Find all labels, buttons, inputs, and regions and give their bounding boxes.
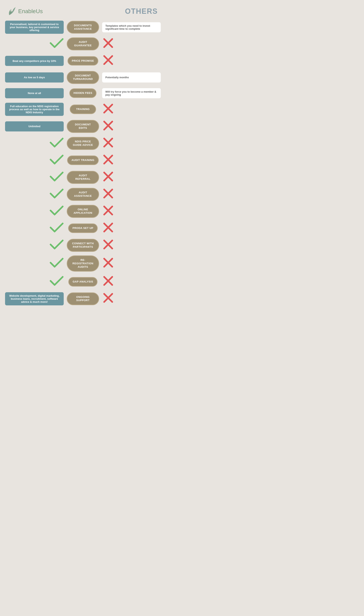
center-col-online-application: ONLINE APPLICATION (67, 205, 99, 218)
center-col-audit-training: AUDIT TRAINING (67, 155, 99, 165)
cross-icon-right-online-application (102, 205, 114, 218)
row-re-registration-audits: RE-REGISTRATION AUDITS (2, 256, 164, 272)
row-gap-analysis: GAP ANALYSIS (2, 275, 164, 289)
pill-documents-assistance: DOCUMENTS ASSISTANCE (67, 21, 99, 34)
pill-hidden-fees: HIDDEN FEES (69, 88, 97, 98)
left-box-price-promise: Beat any competitors price by 10% (5, 56, 64, 66)
row-ndis-price-guide: NDIS PRICE GUIDE ADVICE (2, 137, 164, 150)
check-icon-left-gap-analysis (50, 275, 64, 289)
others-title: OTHERS (125, 7, 158, 16)
left-col-documents-assistance: Personalised, tailored & customised to y… (2, 21, 67, 34)
right-box-document-turnaround: Potentially months (102, 72, 161, 82)
row-documents-assistance: Personalised, tailored & customised to y… (2, 21, 164, 34)
pill-audit-assistance: AUDIT ASSISTANCE (67, 188, 99, 201)
pill-proda-setup: PRODA SET UP (68, 223, 97, 233)
right-col-documents-assistance: Templates which you need to invest signi… (99, 21, 164, 33)
center-col-audit-assistance: AUDIT ASSISTANCE (67, 188, 99, 201)
left-col-audit-training (2, 154, 67, 167)
center-col-ndis-price-guide: NDIS PRICE GUIDE ADVICE (67, 137, 99, 150)
left-col-audit-referral (2, 170, 67, 184)
row-audit-training: AUDIT TRAINING (2, 154, 164, 167)
logo-icon (6, 6, 17, 17)
left-box-training: Full education on the NDIS registration … (5, 103, 64, 116)
comparison-grid: Personalised, tailored & customised to y… (0, 21, 166, 309)
left-col-training: Full education on the NDIS registration … (2, 103, 67, 116)
check-icon-left-online-application (50, 205, 64, 218)
check-icon-left-audit-referral (50, 170, 64, 184)
right-col-document-edits (99, 119, 164, 133)
logo-area: EnableUs (6, 6, 43, 17)
right-col-proda-setup (99, 221, 164, 235)
pill-audit-training: AUDIT TRAINING (67, 155, 99, 165)
row-proda-setup: PRODA SET UP (2, 221, 164, 235)
center-col-document-turnaround: DOCUMENT TURNAROUND (67, 71, 99, 84)
pill-audit-referral: AUDIT REFERRAL (67, 171, 99, 184)
pill-document-edits: DOCUMENT EDITS (67, 120, 99, 133)
pill-re-registration-audits: RE-REGISTRATION AUDITS (67, 256, 99, 272)
row-price-promise: Beat any competitors price by 10%PRICE P… (2, 54, 164, 68)
right-col-ndis-price-guide (99, 137, 164, 150)
cross-icon-right-audit-training (102, 154, 114, 167)
right-col-document-turnaround: Potentially months (99, 71, 164, 84)
row-training: Full education on the NDIS registration … (2, 103, 164, 116)
left-col-audit-assistance (2, 187, 67, 201)
left-col-ndis-price-guide (2, 137, 67, 150)
left-box-hidden-fees: None at all (5, 88, 64, 98)
center-col-hidden-fees: HIDDEN FEES (67, 88, 99, 98)
cross-icon-right-price-promise (102, 54, 114, 68)
row-online-application: ONLINE APPLICATION (2, 205, 164, 218)
row-document-edits: UnlimitedDOCUMENT EDITS (2, 119, 164, 133)
right-col-hidden-fees: Will try force you to become a member & … (99, 87, 164, 99)
cross-icon-right-training (102, 103, 114, 116)
left-col-proda-setup (2, 221, 67, 235)
row-ongoing-support: Website development, digital marketing, … (2, 292, 164, 306)
check-icon-left-audit-guarantee (50, 37, 64, 51)
center-col-connect-participants: CONNECT WITH PARTICIPANTS (67, 239, 99, 252)
cross-icon-right-audit-assistance (102, 187, 114, 201)
pill-ndis-price-guide: NDIS PRICE GUIDE ADVICE (67, 137, 99, 150)
right-col-ongoing-support (99, 292, 164, 306)
cross-icon-right-connect-participants (102, 238, 114, 252)
center-col-gap-analysis: GAP ANALYSIS (67, 277, 99, 287)
left-box-document-edits: Unlimited (5, 121, 64, 131)
center-col-price-promise: PRICE PROMISE (67, 56, 99, 66)
center-col-audit-guarantee: AUDIT GUARANTEE (67, 38, 99, 50)
left-col-audit-guarantee (2, 37, 67, 51)
cross-icon-right-document-edits (102, 119, 114, 133)
row-document-turnaround: As low as 5 daysDOCUMENT TURNAROUNDPoten… (2, 71, 164, 84)
row-audit-referral: AUDIT REFERRAL (2, 170, 164, 184)
cross-icon-right-gap-analysis (102, 275, 114, 289)
pill-connect-participants: CONNECT WITH PARTICIPANTS (67, 239, 99, 252)
center-col-documents-assistance: DOCUMENTS ASSISTANCE (67, 21, 99, 34)
logo-text: EnableUs (18, 8, 43, 14)
center-col-training: TRAINING (67, 104, 99, 114)
check-icon-left-re-registration-audits (50, 257, 64, 270)
left-col-hidden-fees: None at all (2, 87, 67, 99)
pill-gap-analysis: GAP ANALYSIS (68, 277, 97, 287)
center-col-re-registration-audits: RE-REGISTRATION AUDITS (67, 256, 99, 272)
right-col-training (99, 103, 164, 116)
right-col-audit-training (99, 154, 164, 167)
header: EnableUs OTHERS (0, 4, 166, 21)
row-connect-participants: CONNECT WITH PARTICIPANTS (2, 238, 164, 252)
right-col-connect-participants (99, 238, 164, 252)
pill-audit-guarantee: AUDIT GUARANTEE (67, 38, 99, 50)
left-box-ongoing-support: Website development, digital marketing, … (5, 292, 64, 305)
left-col-document-edits: Unlimited (2, 120, 67, 132)
cross-icon-right-ongoing-support (102, 292, 114, 306)
center-col-audit-referral: AUDIT REFERRAL (67, 171, 99, 184)
check-icon-left-audit-assistance (50, 187, 64, 201)
left-col-ongoing-support: Website development, digital marketing, … (2, 292, 67, 305)
left-col-connect-participants (2, 238, 67, 252)
cross-icon-right-ndis-price-guide (102, 137, 114, 150)
right-col-re-registration-audits (99, 257, 164, 270)
left-col-online-application (2, 205, 67, 218)
cross-icon-right-audit-referral (102, 170, 114, 184)
right-box-hidden-fees: Will try force you to become a member & … (102, 88, 161, 98)
left-box-document-turnaround: As low as 5 days (5, 72, 64, 82)
center-col-proda-setup: PRODA SET UP (67, 223, 99, 233)
check-icon-left-connect-participants (50, 238, 64, 252)
left-col-price-promise: Beat any competitors price by 10% (2, 55, 67, 67)
row-hidden-fees: None at allHIDDEN FEESWill try force you… (2, 87, 164, 99)
pill-price-promise: PRICE PROMISE (67, 56, 98, 66)
